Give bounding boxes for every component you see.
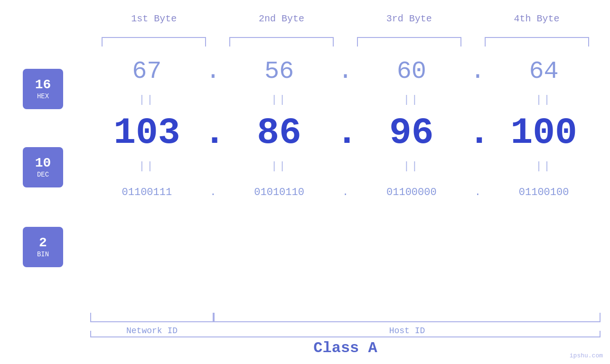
hex-val-2: 56 — [223, 57, 336, 85]
dec-val-3: 96 — [355, 112, 469, 154]
eq-1-2: || — [223, 94, 336, 106]
col-header-1: 1st Byte — [102, 13, 206, 24]
bin-row: 01100111 . 01010110 . 01100000 . 0110010… — [90, 176, 601, 209]
hex-val-1: 67 — [90, 57, 204, 85]
top-bracket-4 — [485, 37, 589, 47]
eq-row-2: || || || || — [90, 157, 601, 176]
dec-badge-label: DEC — [37, 171, 49, 178]
dot-hex-3: . — [468, 57, 487, 85]
col-header-3: 3rd Byte — [357, 13, 461, 24]
dec-badge-number: 10 — [35, 157, 51, 170]
dot-hex-1: . — [204, 57, 223, 85]
eq-1-3: || — [355, 94, 469, 106]
column-headers: 1st Byte 2nd Byte 3rd Byte 4th Byte — [90, 13, 601, 24]
bin-val-1: 01100111 — [90, 187, 204, 198]
bin-val-3: 01100000 — [355, 187, 469, 198]
dec-val-1: 103 — [90, 112, 204, 154]
values-area: 67 . 56 . 60 . 64 || || || || 103 . 86 .… — [90, 52, 601, 209]
eq-row-1: || || || || — [90, 90, 601, 109]
top-bracket-1 — [102, 37, 206, 47]
dec-val-2: 86 — [223, 112, 336, 154]
bin-val-2: 01010110 — [223, 187, 336, 198]
dot-bin-2: . — [336, 187, 355, 198]
dot-dec-2: . — [336, 112, 355, 154]
dot-dec-1: . — [204, 112, 223, 154]
bin-val-4: 01100100 — [487, 187, 601, 198]
full-bracket — [90, 331, 601, 337]
hex-row: 67 . 56 . 60 . 64 — [90, 52, 601, 90]
col-header-2: 2nd Byte — [229, 13, 334, 24]
eq-2-4: || — [487, 160, 601, 172]
hex-val-3: 60 — [355, 57, 469, 85]
eq-2-1: || — [90, 160, 204, 172]
hex-val-4: 64 — [487, 57, 601, 85]
dot-hex-2: . — [336, 57, 355, 85]
col-header-4: 4th Byte — [485, 13, 589, 24]
hex-badge-number: 16 — [35, 78, 51, 92]
network-bracket — [90, 313, 214, 322]
dec-badge: 10 DEC — [23, 147, 63, 187]
eq-1-4: || — [487, 94, 601, 106]
eq-2-2: || — [223, 160, 336, 172]
bin-badge: 2 BIN — [23, 227, 63, 267]
dot-dec-3: . — [468, 112, 487, 154]
dec-row: 103 . 86 . 96 . 100 — [90, 109, 601, 157]
dot-bin-1: . — [204, 187, 223, 198]
eq-2-3: || — [355, 160, 469, 172]
class-section: Class A — [90, 331, 601, 357]
main-container: 16 HEX 10 DEC 2 BIN 1st Byte 2nd Byte 3r… — [0, 0, 610, 364]
dec-val-4: 100 — [487, 112, 601, 154]
bin-badge-label: BIN — [37, 251, 49, 258]
top-bracket-3 — [357, 37, 461, 47]
eq-1-1: || — [90, 94, 204, 106]
watermark: ipshu.com — [570, 352, 603, 359]
host-bracket — [214, 313, 601, 322]
top-bracket-2 — [229, 37, 334, 47]
class-label: Class A — [90, 339, 601, 357]
top-brackets — [90, 37, 601, 47]
bottom-brackets — [90, 313, 601, 322]
hex-badge: 16 HEX — [23, 69, 63, 109]
hex-badge-label: HEX — [37, 93, 49, 100]
dot-bin-3: . — [468, 187, 487, 198]
bin-badge-number: 2 — [39, 236, 47, 250]
